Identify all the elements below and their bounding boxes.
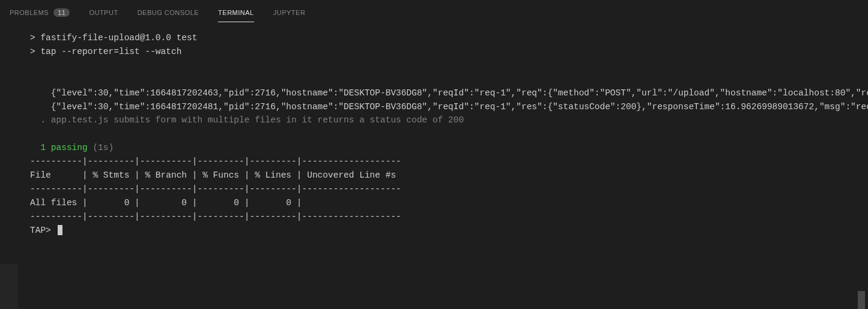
tab-output[interactable]: OUTPUT bbox=[79, 5, 127, 20]
tab-problems[interactable]: PROBLEMS 11 bbox=[0, 5, 79, 20]
tap-command-line: > tap --reporter=list --watch bbox=[30, 47, 181, 56]
tab-label: PROBLEMS bbox=[10, 9, 49, 16]
scrollbar-thumb[interactable] bbox=[858, 291, 865, 309]
problems-count-badge: 11 bbox=[53, 8, 70, 17]
npm-script-line: > fastify-file-upload@1.0.0 test bbox=[30, 33, 197, 43]
log-line: {"level":30,"time":1664817202463,"pid":2… bbox=[30, 88, 868, 98]
coverage-separator: ----------|---------|----------|--------… bbox=[30, 157, 401, 166]
terminal-output[interactable]: > fastify-file-upload@1.0.0 test > tap -… bbox=[0, 23, 868, 238]
coverage-separator: ----------|---------|----------|--------… bbox=[30, 184, 401, 194]
tab-label: OUTPUT bbox=[89, 9, 118, 16]
tab-debug-console[interactable]: DEBUG CONSOLE bbox=[128, 5, 208, 20]
passing-count: 1 passing bbox=[30, 143, 88, 152]
tab-jupyter[interactable]: JUPYTER bbox=[264, 5, 315, 20]
tab-label: DEBUG CONSOLE bbox=[138, 9, 199, 16]
coverage-header: File | % Stmts | % Branch | % Funcs | % … bbox=[30, 170, 401, 180]
tap-prompt: TAP> bbox=[30, 226, 56, 235]
coverage-separator: ----------|---------|----------|--------… bbox=[30, 212, 401, 221]
log-line: {"level":30,"time":1664817202481,"pid":2… bbox=[30, 102, 868, 112]
passing-duration: (1s) bbox=[88, 143, 114, 152]
test-result-line: . app.test.js submits form with multiple… bbox=[30, 115, 464, 125]
tab-label: TERMINAL bbox=[218, 9, 254, 16]
cursor-icon bbox=[58, 225, 62, 235]
tab-label: JUPYTER bbox=[273, 9, 306, 16]
tab-terminal[interactable]: TERMINAL bbox=[208, 5, 264, 20]
panel-tabs: PROBLEMS 11 OUTPUT DEBUG CONSOLE TERMINA… bbox=[0, 0, 868, 23]
coverage-row: All files | 0 | 0 | 0 | 0 | bbox=[30, 198, 401, 208]
activity-bar-edge bbox=[0, 264, 18, 309]
